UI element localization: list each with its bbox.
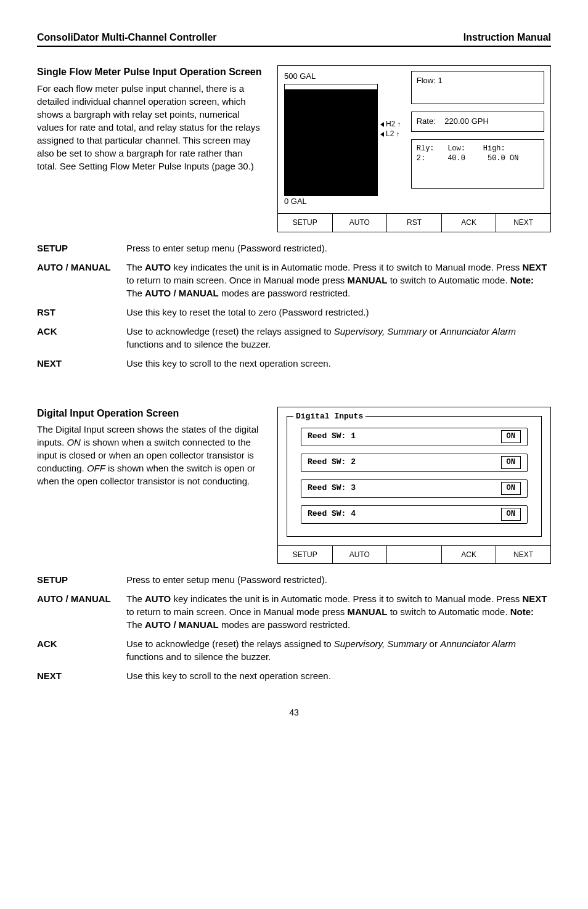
ack-button[interactable]: ACK	[442, 546, 497, 564]
definitions-2: SETUPPress to enter setup menu (Password…	[37, 573, 551, 682]
definition-desc: Use this key to reset the total to zero …	[126, 306, 551, 319]
bg-top-label: 500 GAL	[284, 71, 377, 82]
section1-body: For each flow meter pulse input channel,…	[37, 82, 265, 173]
page-header: ConsoliDator Multi-Channel Controller In…	[37, 31, 551, 47]
definition-term: NEXT	[37, 669, 126, 682]
definition-desc: Use this key to scroll to the next opera…	[126, 357, 551, 370]
definitions-1: SETUPPress to enter setup menu (Password…	[37, 242, 551, 370]
l2-mark: L2	[386, 129, 394, 138]
screen1-buttons: SETUP AUTO RST ACK NEXT	[278, 213, 550, 232]
rst-button[interactable]: RST	[387, 213, 442, 232]
relay-box: Rly: Low: High: 2: 40.0 50.0 ON	[411, 139, 544, 189]
rate-label: Rate:	[417, 116, 436, 126]
definition-row: AUTO / MANUALThe AUTO key indicates the …	[37, 261, 551, 300]
header-left: ConsoliDator Multi-Channel Controller	[37, 31, 217, 44]
next-button[interactable]: NEXT	[496, 546, 550, 564]
definition-desc: The AUTO key indicates the unit is in Au…	[126, 261, 551, 300]
setup-button[interactable]: SETUP	[278, 213, 333, 232]
flow-title: Flow: 1	[417, 76, 443, 85]
triangle-icon	[380, 122, 384, 127]
definition-desc: Press to enter setup menu (Password rest…	[126, 573, 551, 586]
definition-term: SETUP	[37, 242, 126, 255]
definition-row: SETUPPress to enter setup menu (Password…	[37, 242, 551, 255]
definition-desc: Use to acknowledge (reset) the relays as…	[126, 325, 551, 351]
setup-button[interactable]: SETUP	[278, 546, 333, 564]
definition-desc: The AUTO key indicates the unit is in Au…	[126, 592, 551, 631]
rate-box: Rate: 220.00 GPH	[411, 112, 544, 131]
bargraph-fill	[285, 89, 377, 195]
definition-row: SETUPPress to enter setup menu (Password…	[37, 573, 551, 586]
bargraph	[284, 84, 378, 196]
section2-heading: Digital Input Operation Screen	[37, 407, 265, 420]
definition-term: ACK	[37, 637, 126, 663]
setpoint-marks: H2 L2	[380, 71, 407, 194]
next-button[interactable]: NEXT	[496, 213, 550, 232]
definition-term: ACK	[37, 325, 126, 351]
definition-row: ACKUse to acknowledge (reset) the relays…	[37, 325, 551, 351]
di-label: Reed SW: 3	[308, 483, 356, 494]
relay-text: Rly: Low: High: 2: 40.0 50.0 ON	[417, 144, 539, 165]
auto-button[interactable]: AUTO	[333, 213, 388, 232]
digital-input-field: Reed SW: 1ON	[301, 428, 528, 446]
section2-body: The Digital Input screen shows the state…	[37, 423, 265, 487]
up-arrow-icon	[396, 129, 400, 138]
digital-input-field: Reed SW: 4ON	[301, 505, 528, 524]
header-right: Instruction Manual	[463, 31, 551, 44]
ack-button[interactable]: ACK	[442, 213, 497, 232]
di-label: Reed SW: 4	[308, 508, 356, 520]
definition-row: NEXTUse this key to scroll to the next o…	[37, 669, 551, 682]
di-state: ON	[501, 508, 521, 521]
definition-term: AUTO / MANUAL	[37, 261, 126, 300]
up-arrow-icon	[398, 120, 401, 128]
definition-row: AUTO / MANUALThe AUTO key indicates the …	[37, 592, 551, 631]
triangle-icon	[380, 132, 384, 137]
di-legend: Digital Inputs	[293, 411, 365, 422]
section1-heading: Single Flow Meter Pulse Input Operation …	[37, 65, 265, 79]
di-state: ON	[501, 456, 521, 469]
definition-row: NEXTUse this key to scroll to the next o…	[37, 357, 551, 370]
definition-desc: Use this key to scroll to the next opera…	[126, 669, 551, 682]
flow-title-box: Flow: 1	[411, 71, 544, 104]
di-state: ON	[501, 482, 521, 495]
blank-button	[387, 546, 442, 564]
definition-term: AUTO / MANUAL	[37, 592, 126, 631]
page-number: 43	[37, 707, 551, 719]
h2-mark: H2	[386, 120, 395, 128]
digital-input-field: Reed SW: 2ON	[301, 454, 528, 472]
definition-term: SETUP	[37, 573, 126, 586]
definition-term: RST	[37, 306, 126, 319]
definition-desc: Use to acknowledge (reset) the relays as…	[126, 637, 551, 663]
digital-input-field: Reed SW: 3ON	[301, 479, 528, 498]
auto-button[interactable]: AUTO	[333, 546, 388, 564]
screen2-buttons: SETUP AUTO ACK NEXT	[278, 545, 550, 564]
definition-row: RSTUse this key to reset the total to ze…	[37, 306, 551, 319]
definition-desc: Press to enter setup menu (Password rest…	[126, 242, 551, 255]
di-state: ON	[501, 430, 521, 443]
di-label: Reed SW: 2	[308, 457, 356, 468]
flow-screen: 500 GAL 0 GAL H2 L2	[277, 65, 551, 232]
definition-term: NEXT	[37, 357, 126, 370]
rate-value: 220.00 GPH	[444, 116, 489, 126]
definition-row: ACKUse to acknowledge (reset) the relays…	[37, 637, 551, 663]
di-label: Reed SW: 1	[308, 431, 356, 442]
digital-input-screen: Digital Inputs Reed SW: 1ONReed SW: 2ONR…	[277, 407, 551, 565]
bg-bottom-label: 0 GAL	[284, 196, 377, 207]
